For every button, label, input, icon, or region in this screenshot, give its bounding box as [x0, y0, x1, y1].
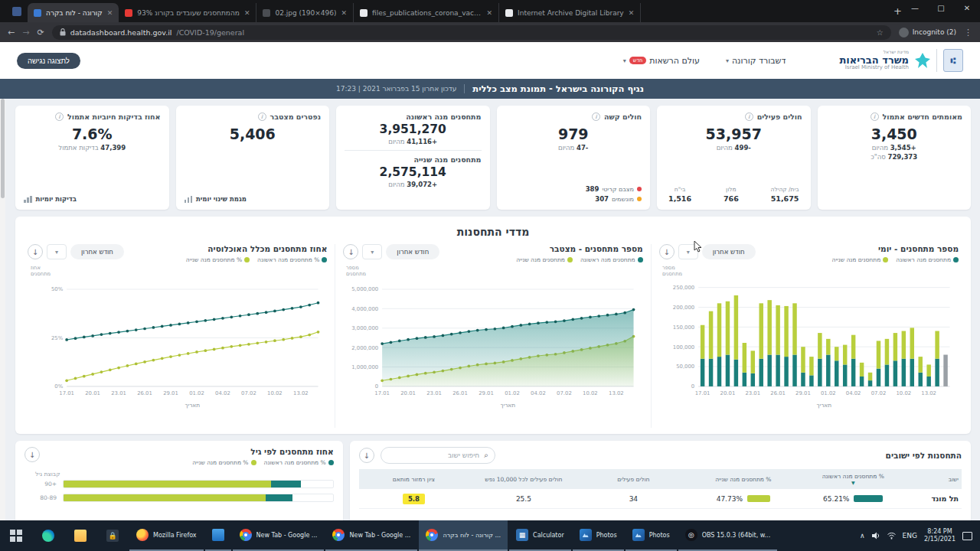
tab-close-icon[interactable]: ✕: [107, 9, 113, 17]
col-active-patients[interactable]: חולים פעילים: [579, 469, 688, 489]
file-explorer-icon[interactable]: [64, 520, 96, 551]
firefox-icon: [136, 529, 149, 541]
tab-favicon: [263, 9, 270, 17]
download-icon[interactable]: ↓: [343, 244, 358, 259]
window-maximize-button[interactable]: □: [928, 0, 954, 17]
col-first-dose[interactable]: % מתחסנים מנה ראשונה▼: [799, 469, 908, 489]
svg-text:אחוז: אחוז: [31, 265, 41, 271]
daily-tests-link[interactable]: בדיקות יומיות: [24, 195, 161, 203]
language-indicator[interactable]: ENG: [903, 532, 917, 540]
taskbar-button-mozilla-firefox[interactable]: Mozilla Firefox: [129, 520, 204, 551]
edge-taskbar-icon[interactable]: [32, 520, 64, 551]
cities-vaccination-panel: התחסנות לפי ישובים ⌕ חיפוש ישוב ↓ ישוב %…: [350, 441, 971, 520]
svg-text:29.01: 29.01: [479, 390, 495, 396]
dashboard-page: מאומתים חדשים אתמולi 3,450 +3,545 מהיום …: [0, 99, 980, 520]
svg-text:23.01: 23.01: [111, 390, 126, 396]
taskbar-button-app-1[interactable]: [205, 520, 231, 551]
nav-item-corona-dashboard[interactable]: דשבורד קורונה ▾: [726, 56, 786, 66]
tab-title: קורונה - לוח בקרה: [46, 9, 103, 17]
window-minimize-button[interactable]: —: [902, 0, 928, 17]
taskbar-button-calculator[interactable]: ▦Calculator: [509, 520, 571, 551]
table-row[interactable]: תל מונד 65.21% 47.73% 34 25.5 5.8: [359, 489, 962, 509]
last-updated: עדכון אחרון 15 בפברואר 2021 | 17:23: [336, 85, 456, 93]
cumulative-vaccinated-chart[interactable]: 01,000,0002,000,0003,000,0004,000,0005,0…: [343, 263, 642, 413]
chrome-icon: [240, 529, 252, 541]
nav-item-permissions[interactable]: עולם הרשאות חדש ▾: [623, 56, 700, 66]
bookmark-star-icon[interactable]: ☆: [877, 28, 884, 37]
taskbar-button-photos[interactable]: Photos: [573, 520, 624, 551]
second-dose-value: 2,575,114: [345, 165, 482, 179]
col-city[interactable]: ישוב: [908, 469, 962, 489]
tab-close-icon[interactable]: ✕: [244, 9, 250, 17]
legend-item: % מתחסנים מנה שנייה: [186, 256, 250, 263]
notification-center-icon[interactable]: [962, 532, 972, 540]
browser-tab-4[interactable]: Internet Archive Digital Library ✕: [499, 3, 641, 22]
col-active-per-10k[interactable]: חולים פעילים לכל 10,000 נפש: [469, 469, 578, 489]
period-selector[interactable]: חודש אחרון: [70, 244, 124, 259]
download-icon[interactable]: ↓: [659, 244, 675, 259]
incognito-badge[interactable]: Incognito (2): [899, 28, 956, 37]
chart-type-dropdown[interactable]: ▾: [47, 244, 67, 259]
url-host: datadashboard.health.gov.il: [70, 28, 172, 37]
browser-tab-1[interactable]: 93% מהמתחסנים שעובדים בקורונ ✕: [119, 3, 256, 22]
percent-vaccinated-chart[interactable]: 0%25%50%אחוזמתחסנים17.0120.0123.0126.012…: [28, 263, 327, 413]
new-tab-button[interactable]: +: [893, 5, 902, 17]
city-search-input[interactable]: ⌕ חיפוש ישוב: [381, 447, 495, 464]
taskbar-button--[interactable]: קורונה - לוח בקרה ...: [419, 520, 508, 551]
svg-text:29.01: 29.01: [795, 390, 811, 396]
tab-close-icon[interactable]: ✕: [629, 9, 635, 17]
locked-app-icon[interactable]: 🔒: [96, 520, 129, 551]
info-icon[interactable]: i: [871, 112, 879, 121]
svg-text:04.02: 04.02: [531, 390, 546, 396]
browser-tab-0[interactable]: קורונה - לוח בקרה ✕: [28, 3, 119, 22]
browser-tab-2[interactable]: 02.jpg (190×496) ✕: [256, 3, 354, 22]
card-vaccinated: מתחסנים מנה ראשונה 3,951,270 +41,116 מהי…: [336, 106, 490, 210]
info-icon[interactable]: i: [745, 112, 753, 121]
download-icon[interactable]: ↓: [359, 448, 374, 463]
address-bar[interactable]: datadashboard.health.gov.il/COVID-19/gen…: [52, 25, 891, 40]
period-selector[interactable]: חודש אחרון: [702, 244, 756, 259]
start-button[interactable]: [0, 520, 32, 551]
taskbar-button-new-tab-google-[interactable]: New Tab - Google ...: [325, 520, 417, 551]
info-icon[interactable]: i: [55, 112, 64, 121]
card-severe-patients: חולים קשהi 979 -47 מהיום מצבם קריטי389 מ…: [497, 106, 651, 210]
chrome-icon: [426, 529, 438, 541]
browser-menu-button[interactable]: ⋮: [964, 28, 972, 37]
taskbar-button-photos[interactable]: Photos: [626, 520, 677, 551]
download-icon[interactable]: ↓: [24, 447, 40, 462]
svg-text:100,000: 100,000: [672, 344, 694, 350]
download-icon[interactable]: ↓: [28, 244, 43, 259]
page-scrollbar[interactable]: [0, 99, 5, 520]
speaker-icon[interactable]: [872, 532, 880, 540]
daily-vaccinated-chart[interactable]: 050,000100,000150,000200,000250,000מספרמ…: [659, 263, 959, 413]
tab-favicon: [360, 9, 368, 17]
taskbar-button-label: קורונה - לוח בקרה ...: [443, 532, 501, 539]
col-score[interactable]: ציון רמזור מותאם: [359, 469, 469, 489]
svg-text:01.02: 01.02: [505, 390, 520, 396]
section-title: מדדי התחסנות: [20, 226, 966, 238]
daily-trend-link[interactable]: מגמת שינוי יומית: [185, 195, 322, 203]
info-icon[interactable]: i: [258, 112, 266, 121]
taskbar-clock[interactable]: 8:24 PM 2/15/2021: [924, 528, 956, 543]
browser-tab-3[interactable]: files_publications_corona_vaccin ✕: [354, 3, 499, 22]
col-second-dose[interactable]: % מתחסנים מנה שנייה: [688, 469, 798, 489]
network-icon[interactable]: [887, 532, 896, 540]
city-name: תל מונד: [908, 489, 962, 509]
tray-chevron-icon[interactable]: ∧: [860, 532, 865, 540]
taskbar-button-new-tab-google-[interactable]: New Tab - Google ...: [233, 520, 325, 551]
reload-button[interactable]: ⟳: [37, 28, 44, 37]
window-close-button[interactable]: ✕: [954, 0, 980, 17]
svg-text:1,000,000: 1,000,000: [352, 364, 379, 370]
period-selector[interactable]: חודש אחרון: [386, 244, 439, 259]
tab-close-icon[interactable]: ✕: [486, 9, 492, 17]
accessible-view-button[interactable]: לתצוגה נגישה: [17, 53, 80, 69]
forward-button[interactable]: →: [22, 28, 29, 37]
tab-close-icon[interactable]: ✕: [341, 9, 347, 17]
chart-daily-vaccinated: מספר מתחסנים - יומי מתחסנים מנה ראשונהמת…: [651, 244, 966, 428]
svg-text:10.02: 10.02: [583, 390, 598, 396]
svg-text:17.01: 17.01: [375, 390, 390, 396]
chart-type-dropdown[interactable]: ▾: [362, 244, 382, 259]
taskbar-button-obs-15-0-3-64bit-w-[interactable]: ◎OBS 15.0.3 (64bit, w...: [678, 520, 778, 551]
back-button[interactable]: ←: [8, 28, 15, 37]
info-icon[interactable]: i: [592, 112, 600, 121]
